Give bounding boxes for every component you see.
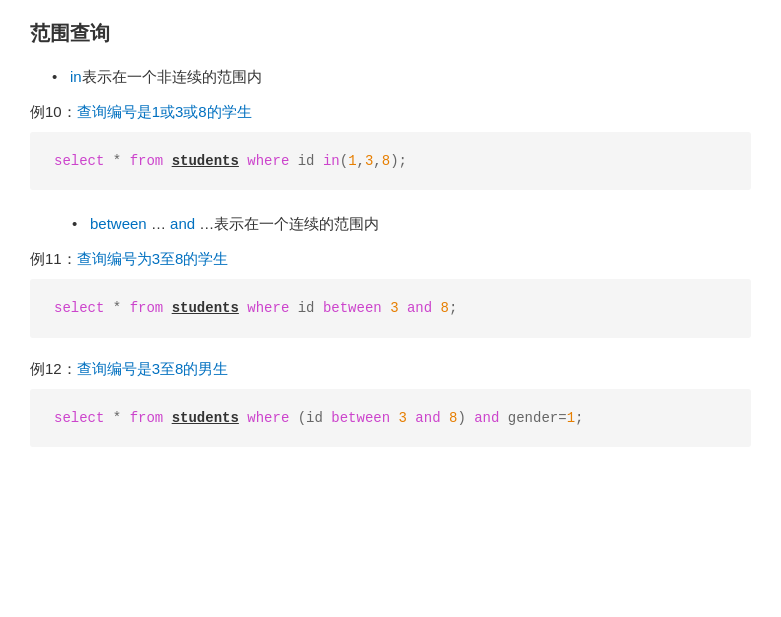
sql-num3-12: 3 <box>399 410 407 426</box>
sql-space-12 <box>163 410 171 426</box>
example-11-desc: 查询编号为3至8的学生 <box>77 250 229 267</box>
sql-num8-11: 8 <box>441 300 449 316</box>
sql-where-10: where <box>247 153 289 169</box>
sql-closeparen-12: ) <box>457 410 474 426</box>
sql-space3-11 <box>382 300 390 316</box>
sql-between-12: between <box>331 410 390 426</box>
bullet-item-between: between … and …表示在一个连续的范围内 <box>90 212 751 236</box>
sql-in-10: in <box>323 153 340 169</box>
sql-gender-12: gender <box>508 410 558 426</box>
sql-comma-1: , <box>357 153 365 169</box>
sql-space3-12 <box>390 410 398 426</box>
bullet-text-in: 表示在一个非连续的范围内 <box>82 68 262 85</box>
sql-table-10: students <box>172 153 239 169</box>
sql-id-in: id <box>289 153 323 169</box>
sql-star-10: * <box>104 153 129 169</box>
code-block-11: select * from students where id between … <box>30 279 751 337</box>
sql-between-11: between <box>323 300 382 316</box>
sql-star-12: * <box>104 410 129 426</box>
bullet-text-between-2: …表示在一个连续的范围内 <box>195 215 379 232</box>
keyword-in: in <box>70 68 82 85</box>
example-12-label: 例12：查询编号是3至8的男生 <box>30 360 751 379</box>
sql-from-10: from <box>130 153 164 169</box>
sql-and2-12: and <box>474 410 499 426</box>
sql-num1-12: 1 <box>567 410 575 426</box>
sql-where-12: where <box>247 410 289 426</box>
example-11-prefix: 例11： <box>30 250 77 267</box>
sql-num-8: 8 <box>382 153 390 169</box>
sql-from-11: from <box>130 300 164 316</box>
sql-table-11: students <box>172 300 239 316</box>
page-title: 范围查询 <box>30 20 751 47</box>
bullet-text-between-1: … <box>147 215 170 232</box>
sql-comma-2: , <box>373 153 381 169</box>
sql-star-11: * <box>104 300 129 316</box>
sql-num3-11: 3 <box>390 300 398 316</box>
sql-and-11: and <box>407 300 432 316</box>
sql-select-10: select <box>54 153 104 169</box>
sql-space4-11 <box>399 300 407 316</box>
sql-paren-open-10: ( <box>340 153 348 169</box>
sql-space-11 <box>163 300 171 316</box>
sql-num-1: 1 <box>348 153 356 169</box>
example-11-label: 例11：查询编号为3至8的学生 <box>30 250 751 269</box>
sql-semi-12: ; <box>575 410 583 426</box>
bullet-list-in: in表示在一个非连续的范围内 <box>30 65 751 89</box>
sql-space6-12 <box>499 410 507 426</box>
sql-paren-12: (id <box>289 410 331 426</box>
example-12-desc: 查询编号是3至8的男生 <box>77 360 229 377</box>
code-block-10: select * from students where id in(1,3,8… <box>30 132 751 190</box>
example-10-prefix: 例10： <box>30 103 77 120</box>
sql-space5-12 <box>441 410 449 426</box>
sql-semi-11: ; <box>449 300 457 316</box>
sql-paren-close-10: ); <box>390 153 407 169</box>
sql-select-12: select <box>54 410 104 426</box>
sql-and1-12: and <box>415 410 440 426</box>
sql-where-11: where <box>247 300 289 316</box>
keyword-and: and <box>170 215 195 232</box>
sql-eq-12: = <box>558 410 566 426</box>
sql-select-11: select <box>54 300 104 316</box>
example-12-prefix: 例12： <box>30 360 77 377</box>
sql-from-12: from <box>130 410 164 426</box>
sql-space-10 <box>163 153 171 169</box>
code-block-12: select * from students where (id between… <box>30 389 751 447</box>
sql-id-11: id <box>289 300 323 316</box>
keyword-between: between <box>90 215 147 232</box>
bullet-list-between: between … and …表示在一个连续的范围内 <box>30 212 751 236</box>
example-10-desc: 查询编号是1或3或8的学生 <box>77 103 252 120</box>
bullet-item-in: in表示在一个非连续的范围内 <box>70 65 751 89</box>
sql-table-12: students <box>172 410 239 426</box>
sql-space5-11 <box>432 300 440 316</box>
example-10-label: 例10：查询编号是1或3或8的学生 <box>30 103 751 122</box>
